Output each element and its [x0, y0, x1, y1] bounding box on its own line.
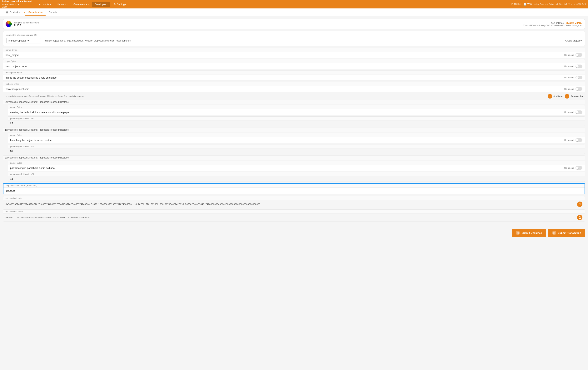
field-name-value[interactable]: best_project — [6, 54, 564, 57]
milestones-label: proposedMilestones: Vec<ProposalsPropose… — [4, 95, 84, 97]
nav-network[interactable]: Network ▾ — [54, 2, 70, 7]
milestone-1-percentage: percentageToUnlock: u32 35 — [8, 144, 585, 154]
encoded-call-hash-body: 0xfd442fc5cc8840098b35fa5a85b7d78550ff2a… — [3, 214, 585, 221]
add-icon: + — [548, 94, 552, 99]
account-left: using the selected account ALICE — [6, 21, 39, 27]
milestone-1-name-value[interactable]: launching the project in rococo testnet — [10, 139, 564, 141]
tab-submission[interactable]: Submission — [25, 9, 46, 16]
account-header: using the selected account ALICE free ba… — [3, 19, 585, 29]
account-name: ALICE — [14, 24, 39, 27]
encoded-call-hash-section: encoded call hash 0xfd442fc5cc8840098b35… — [3, 210, 585, 221]
milestone-2-percentage-value[interactable]: 40 — [8, 176, 585, 181]
file-upload-toggle-name[interactable] — [576, 53, 582, 57]
file-upload-milestone-2: file upload — [564, 166, 582, 170]
svg-rect-1 — [579, 217, 581, 219]
milestone-2-name-value[interactable]: participating in parachain slot in polka… — [10, 167, 564, 170]
field-description-value[interactable]: this is the best project solving a real … — [6, 76, 564, 79]
wiki-icon: 📄 — [524, 3, 526, 6]
file-upload-website: file upload — [564, 87, 582, 91]
milestones-header: proposedMilestones: Vec<ProposalsPropose… — [3, 94, 585, 99]
milestone-2-name-header: name: Bytes — [8, 161, 585, 165]
add-item-button[interactable]: + Add item — [548, 94, 562, 99]
file-upload-toggle-milestone-0[interactable] — [576, 110, 582, 114]
milestone-2-percentage-header: percentageToUnlock: u32 — [8, 172, 585, 176]
copy-call-data-button[interactable] — [577, 201, 582, 207]
field-description-body: this is the best project solving a real … — [3, 75, 585, 80]
file-upload-logo: file upload — [564, 65, 582, 68]
nav-accounts[interactable]: Accounts ▾ — [36, 2, 54, 7]
required-funds-input[interactable]: 100000 — [3, 188, 585, 194]
help-icon[interactable]: ? — [34, 34, 37, 36]
file-upload-milestone-0: file upload — [564, 110, 582, 114]
field-logo-value[interactable]: best_projects_logo — [6, 65, 564, 68]
nav-settings[interactable]: ⚙ Settings — [111, 2, 129, 7]
call-display: createProject(name, logo, description, w… — [43, 38, 563, 43]
nav-developer[interactable]: Developer ▾ — [92, 2, 110, 7]
top-navigation: imbue rococo-local testnet imbue-dev/100… — [0, 0, 588, 9]
field-description-header: description: Bytes — [3, 71, 585, 75]
encoded-call-data-value: 0x36003062657373745f70726f6a656374486265… — [6, 203, 576, 206]
milestone-1-percentage-value[interactable]: 35 — [8, 149, 585, 154]
file-upload-description: file upload — [564, 76, 582, 79]
module-select[interactable]: imbueProposals ▾ — [6, 38, 41, 43]
tab-decode[interactable]: Decode — [46, 9, 60, 16]
account-right: free balance 11.5292 MIMBU 5GrwvaEF5zXb2… — [523, 22, 582, 27]
node-sub[interactable]: imbue-dev/1001 ▾ — [2, 3, 32, 6]
milestone-2-content: name: Bytes participating in parachain s… — [3, 161, 585, 182]
free-balance-label: free balance — [551, 22, 564, 24]
required-funds-header: requiredFunds: u128 (BalanceOf) — [3, 184, 585, 188]
milestone-0-name-body: creating the technical documentation wit… — [8, 109, 585, 115]
nav-governance[interactable]: Governance ▾ — [71, 2, 92, 7]
milestone-0-percentage: percentageToUnlock: u32 25 — [8, 116, 585, 126]
field-website-body: www.bestproject.com file upload — [3, 86, 585, 92]
address-display[interactable]: 5GrwvaEF5zXb26Fz9rcQpDWSS7CtERNpNehXCPcN… — [523, 24, 582, 27]
copy-hash-icon — [578, 216, 581, 219]
account-info: using the selected account ALICE — [14, 21, 39, 27]
file-upload-toggle-website[interactable] — [576, 87, 582, 91]
milestone-1-title: 1: ProposalsProposedMilestone: Proposals… — [3, 128, 585, 132]
node-name: imbue rococo-local testnet — [2, 0, 32, 3]
extrinsic-row: imbueProposals ▾ createProject(name, log… — [6, 38, 582, 43]
breadcrumb-arrow: › — [24, 10, 25, 14]
nav-right: ⬡ GitHub 📄 Wiki imbue Parachain Collator… — [511, 3, 586, 6]
github-link[interactable]: ⬡ GitHub — [511, 3, 521, 6]
submit-transaction-icon: ◎ — [552, 231, 556, 235]
nav-items: Accounts ▾ Network ▾ Governance ▾ Develo… — [36, 2, 511, 7]
required-funds-section: requiredFunds: u128 (BalanceOf) 100000 — [3, 183, 585, 194]
milestone-0-content: name: Bytes creating the technical docum… — [3, 105, 585, 126]
submit-unsigned-button[interactable]: ◎ Submit Unsigned — [512, 229, 546, 237]
version-info: imbue Parachain Collator v2.0.0 api v7.2… — [534, 3, 586, 6]
milestones-actions: + Add item − Remove item — [548, 94, 584, 99]
file-upload-toggle-description[interactable] — [576, 76, 582, 79]
remove-icon: − — [565, 94, 569, 99]
create-project-dropdown[interactable]: Create project ▾ — [565, 39, 582, 42]
balance-display: free balance 11.5292 MIMBU — [523, 22, 582, 24]
milestone-0-percentage-value[interactable]: 25 — [8, 121, 585, 126]
milestone-2-title: 2: ProposalsProposedMilestone: Proposals… — [3, 155, 585, 160]
avatar — [6, 21, 12, 27]
remove-item-button[interactable]: − Remove item — [565, 94, 584, 99]
wiki-link[interactable]: 📄 Wiki — [524, 3, 532, 6]
field-name-header: name: Bytes — [3, 48, 585, 52]
field-logo-header: logo: Bytes — [3, 59, 585, 63]
file-upload-toggle-milestone-1[interactable] — [576, 138, 582, 142]
governance-caret-icon: ▾ — [88, 3, 89, 5]
subtabs: ⊞ Extrinsics › Submission Decode — [0, 9, 588, 16]
field-name-body: best_project file upload — [3, 52, 585, 58]
file-upload-toggle-logo[interactable] — [576, 65, 582, 68]
milestones-section: proposedMilestones: Vec<ProposalsPropose… — [3, 94, 585, 182]
copy-call-hash-button[interactable] — [577, 215, 582, 220]
github-icon: ⬡ — [511, 3, 513, 6]
milestone-0-name-value[interactable]: creating the technical documentation wit… — [10, 111, 564, 114]
encoded-call-hash-value: 0xfd442fc5cc8840098b35fa5a85b7d78550ff2a… — [6, 216, 576, 219]
field-website-header: website: Bytes — [3, 82, 585, 86]
file-upload-toggle-milestone-2[interactable] — [576, 166, 582, 170]
submit-transaction-button[interactable]: ◎ Submit Transaction — [548, 229, 585, 237]
field-logo-body: best_projects_logo file upload — [3, 63, 585, 69]
field-logo: logo: Bytes best_projects_logo file uplo… — [3, 59, 585, 69]
milestone-item-0: 0: ProposalsProposedMilestone: Proposals… — [3, 100, 585, 126]
field-website-value[interactable]: www.bestproject.com — [6, 88, 564, 90]
tab-extrinsics[interactable]: ⊞ Extrinsics — [3, 9, 23, 16]
using-account-label: using the selected account — [14, 21, 39, 24]
milestone-0-title: 0: ProposalsProposedMilestone: Proposals… — [3, 100, 585, 104]
